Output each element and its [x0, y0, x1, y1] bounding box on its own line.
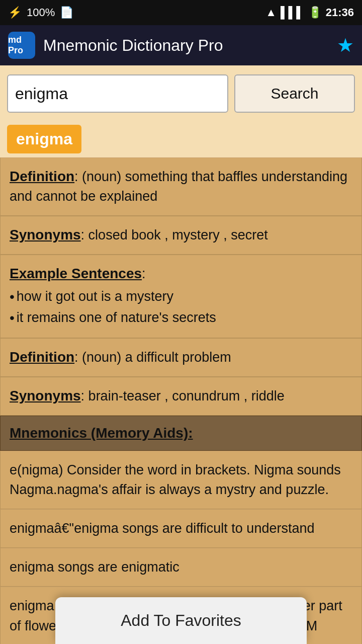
app-title: Mnemonic Dictionary Pro	[43, 36, 329, 55]
status-right: ▲ ▌▌▌ 🔋 21:36	[265, 6, 354, 19]
synonyms-text-2: : brain-teaser , conundrum , riddle	[81, 388, 285, 404]
examples-content: • how it got out is a mystery • it remai…	[10, 286, 352, 329]
battery-icon: 🔋	[308, 6, 322, 19]
search-area: Search	[0, 65, 362, 122]
synonyms-title-1: Synonyms	[10, 227, 81, 243]
add-to-favorites-popup[interactable]: Add To Favorites	[55, 597, 307, 644]
mnemonics-header: Mnemonics (Memory Aids):	[0, 416, 362, 451]
synonyms-text-1: : closed book , mystery , secret	[81, 227, 268, 243]
example-bullet-1: • how it got out is a mystery	[10, 286, 352, 307]
word-tag: enigma	[0, 122, 362, 157]
examples-section: Example Sentences: • how it got out is a…	[0, 255, 362, 338]
mnemonic-item-3[interactable]: enigma songs are enigmatic	[0, 548, 362, 587]
examples-title: Example Sentences	[10, 266, 142, 281]
definition-text-2: : (noun) a difficult problem	[74, 350, 231, 365]
doc-icon: 📄	[60, 6, 73, 19]
definition-title-1: Definition	[10, 169, 74, 184]
mnemonic-item-1[interactable]: e(nigma) Consider the word in brackets. …	[0, 451, 362, 509]
signal-icon: ▌▌▌	[281, 6, 304, 19]
examples-title-line: Example Sentences:	[10, 264, 352, 284]
mnemonic-text-1: e(nigma) Consider the word in brackets. …	[10, 462, 341, 497]
favorite-star-icon[interactable]: ★	[337, 34, 354, 56]
usb-icon: ⚡	[8, 6, 22, 19]
logo-text: md Pro	[8, 35, 35, 56]
definition-section-1: Definition: (noun) something that baffle…	[0, 157, 362, 216]
bullet-icon-2: •	[10, 307, 15, 329]
search-input[interactable]	[7, 74, 228, 113]
wifi-icon: ▲	[265, 6, 277, 19]
synonyms-title-2: Synonyms	[10, 388, 81, 404]
definition-title-2: Definition	[10, 349, 74, 365]
synonyms-section-1: Synonyms: closed book , mystery , secret	[0, 216, 362, 255]
mnemonic-text-2: enigmaâ€"enigma songs are difficult to u…	[10, 521, 314, 536]
definition-section-2: Definition: (noun) a difficult problem	[0, 338, 362, 377]
example-text-1: how it got out is a mystery	[17, 286, 173, 307]
mnemonic-text-3: enigma songs are enigmatic	[10, 559, 179, 575]
synonyms-section-2: Synonyms: brain-teaser , conundrum , rid…	[0, 377, 362, 416]
status-bar: ⚡ 100% 📄 ▲ ▌▌▌ 🔋 21:36	[0, 0, 362, 25]
battery-percent: 100%	[27, 6, 55, 19]
search-button[interactable]: Search	[234, 74, 355, 113]
bullet-icon-1: •	[10, 286, 15, 307]
status-left: ⚡ 100% 📄	[8, 6, 73, 19]
app-logo: md Pro	[8, 32, 35, 59]
word-tag-label: enigma	[7, 125, 81, 153]
app-bar: md Pro Mnemonic Dictionary Pro ★	[0, 25, 362, 65]
time-display: 21:36	[326, 6, 354, 19]
mnemonics-title: Mnemonics (Memory Aids):	[10, 425, 193, 441]
example-bullet-2: • it remains one of nature's secrets	[10, 307, 352, 329]
example-text-2: it remains one of nature's secrets	[17, 307, 216, 328]
mnemonic-item-2[interactable]: enigmaâ€"enigma songs are difficult to u…	[0, 509, 362, 548]
add-to-favorites-label: Add To Favorites	[121, 611, 241, 629]
